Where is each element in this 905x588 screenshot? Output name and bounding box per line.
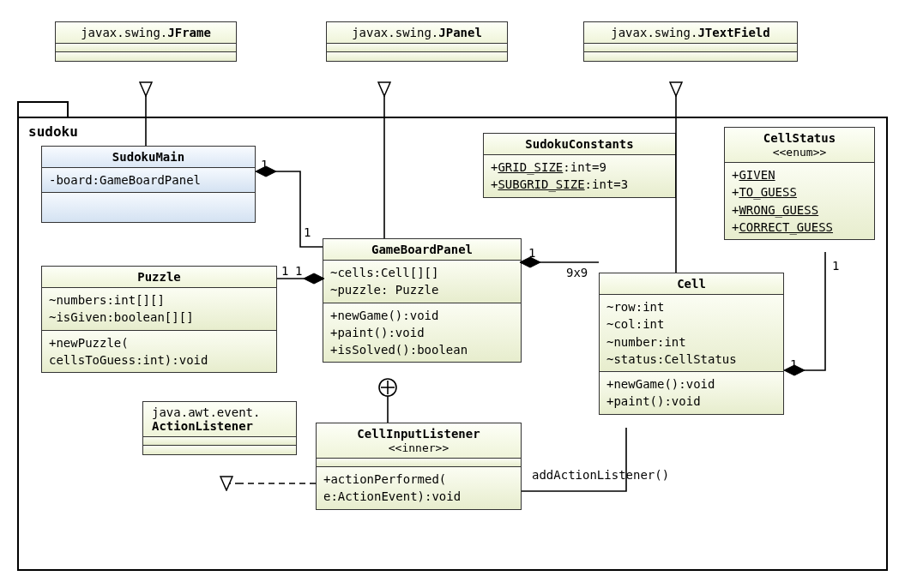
class-title: SudokuConstants [484, 134, 675, 155]
mult-label: 1 [281, 264, 288, 278]
class-pkg: javax.swing. [81, 26, 167, 39]
class-title: javax.swing.JTextField [584, 22, 797, 44]
class-gameboardpanel: GameBoardPanel ~cells:Cell[][] ~puzzle: … [323, 238, 522, 363]
class-title: java.awt.event. ActionListener [143, 402, 296, 437]
mult-label: 9x9 [566, 266, 588, 279]
class-actionlistener: java.awt.event. ActionListener [142, 401, 297, 455]
mult-label: 1 [261, 158, 268, 171]
uml-canvas: sudoku javax.swing.JFrame javax.swing.JP… [0, 0, 905, 588]
class-stereotype: <<enum>> [732, 146, 867, 159]
package-name: sudoku [28, 123, 78, 140]
op: +newGame():void [606, 375, 776, 393]
empty-compartment [317, 459, 521, 467]
empty-compartment [42, 193, 255, 222]
class-sudokumain: SudokuMain -board:GameBoardPanel [41, 146, 256, 223]
attr: ~col:int [606, 315, 776, 333]
mult-label: 1 [304, 225, 311, 239]
empty-compartment [584, 44, 797, 52]
empty-compartment [327, 52, 507, 61]
assoc-label: addActionListener() [532, 468, 669, 482]
mult-label: 1 [528, 246, 535, 260]
attr: ~isGiven:boolean[][] [49, 309, 269, 326]
ops: +newGame():void +paint():void +isSolved(… [323, 303, 521, 363]
attr: ~numbers:int[][] [49, 291, 269, 309]
enum-value: +TO_GUESS [732, 183, 867, 201]
class-name: ActionListener [152, 419, 253, 433]
attr: ~cells:Cell[][] [330, 264, 514, 281]
ops: +newPuzzle( cellsToGuess:int):void [42, 331, 276, 373]
attrs: ~cells:Cell[][] ~puzzle: Puzzle [323, 261, 521, 303]
op: +actionPerformed( [323, 471, 514, 488]
mult-label: 1 [790, 357, 797, 371]
empty-compartment [56, 52, 236, 61]
empty-compartment [584, 52, 797, 61]
class-name: CellStatus [763, 131, 836, 145]
class-sudokuconstants: SudokuConstants +GRID_SIZE:int=9 +SUBGRI… [483, 133, 676, 198]
class-name: JTextField [697, 26, 769, 39]
class-cellinputlistener: CellInputListener <<inner>> +actionPerfo… [316, 423, 522, 510]
class-name: GameBoardPanel [371, 243, 473, 256]
op: +newPuzzle( [49, 334, 269, 351]
package-tab [17, 101, 69, 118]
class-jframe: javax.swing.JFrame [55, 21, 237, 62]
attr: -board:GameBoardPanel [49, 171, 248, 189]
op: cellsToGuess:int):void [49, 351, 269, 369]
class-pkg: javax.swing. [352, 26, 438, 39]
ops: +newGame():void +paint():void [600, 372, 783, 414]
class-puzzle: Puzzle ~numbers:int[][] ~isGiven:boolean… [41, 266, 277, 373]
empty-compartment [327, 44, 507, 52]
class-title: SudokuMain [42, 147, 255, 168]
class-name: JFrame [167, 26, 211, 39]
class-name: SudokuConstants [525, 137, 633, 151]
class-title: javax.swing.JFrame [56, 22, 236, 44]
attr: ~row:int [606, 298, 776, 315]
attrs: ~numbers:int[][] ~isGiven:boolean[][] [42, 288, 276, 331]
mult-label: 1 [832, 259, 839, 273]
class-jpanel: javax.swing.JPanel [326, 21, 508, 62]
ops: +actionPerformed( e:ActionEvent):void [317, 467, 521, 509]
class-name: Puzzle [137, 270, 181, 284]
enum-value: +CORRECT_GUESS [732, 219, 867, 236]
attr: ~number:int [606, 333, 776, 351]
mult-label: 1 [295, 264, 302, 278]
class-name: Cell [677, 277, 706, 291]
op: +paint():void [606, 393, 776, 410]
class-title: CellStatus <<enum>> [725, 128, 874, 163]
op: +newGame():void [330, 307, 514, 324]
attrs: -board:GameBoardPanel [42, 168, 255, 193]
class-name: CellInputListener [357, 427, 480, 441]
class-pkg: javax.swing. [611, 26, 697, 39]
attr: ~puzzle: Puzzle [330, 281, 514, 298]
attr-static: +SUBGRID_SIZE:int=3 [491, 176, 668, 193]
attrs: ~row:int ~col:int ~number:int ~status:Ce… [600, 295, 783, 372]
class-cell: Cell ~row:int ~col:int ~number:int ~stat… [599, 273, 784, 415]
enum-value: +GIVEN [732, 166, 867, 183]
class-pkg: java.awt.event. [152, 405, 260, 419]
empty-compartment [143, 437, 296, 446]
class-title: javax.swing.JPanel [327, 22, 507, 44]
attr: ~status:CellStatus [606, 351, 776, 368]
class-title: GameBoardPanel [323, 239, 521, 261]
class-name: JPanel [438, 26, 482, 39]
class-title: Cell [600, 273, 783, 295]
class-name: SudokuMain [112, 150, 184, 164]
enum-value: +WRONG_GUESS [732, 201, 867, 219]
op: +paint():void [330, 324, 514, 341]
enum-values: +GIVEN +TO_GUESS +WRONG_GUESS +CORRECT_G… [725, 163, 874, 239]
class-stereotype: <<inner>> [323, 441, 514, 454]
class-cellstatus: CellStatus <<enum>> +GIVEN +TO_GUESS +WR… [724, 127, 875, 240]
class-title: CellInputListener <<inner>> [317, 423, 521, 459]
empty-compartment [56, 44, 236, 52]
class-title: Puzzle [42, 267, 276, 288]
attr-static: +GRID_SIZE:int=9 [491, 159, 668, 176]
attrs: +GRID_SIZE:int=9 +SUBGRID_SIZE:int=3 [484, 155, 675, 197]
empty-compartment [143, 446, 296, 454]
class-jtextfield: javax.swing.JTextField [583, 21, 798, 62]
op: e:ActionEvent):void [323, 488, 514, 505]
op: +isSolved():boolean [330, 341, 514, 358]
